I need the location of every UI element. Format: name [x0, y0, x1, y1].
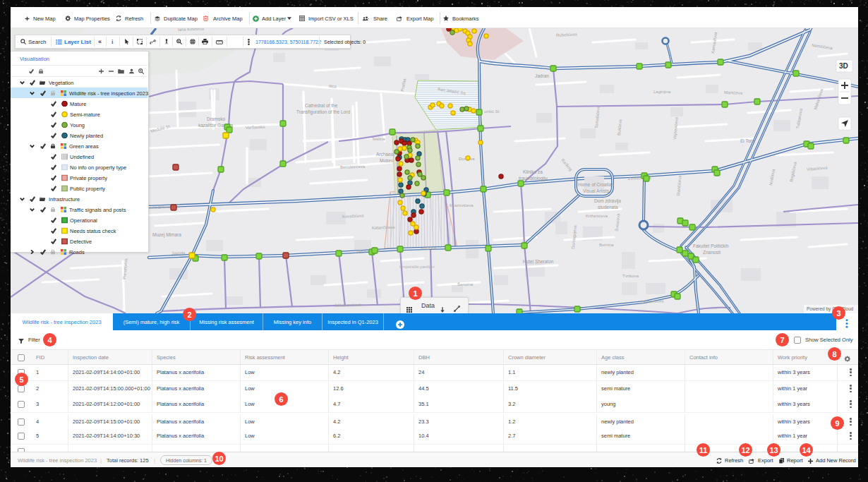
- svg-text:Mrazovićeva: Mrazovićeva: [450, 203, 474, 207]
- svg-text:Laginjina: Laginjina: [653, 90, 671, 94]
- svg-text:Transfiguration of the Lord: Transfiguration of the Lord: [296, 109, 350, 115]
- svg-text:Znanosti: Znanosti: [703, 250, 721, 255]
- svg-text:Fakultet Političkih: Fakultet Političkih: [693, 243, 729, 248]
- svg-text:Umjetnički paviljon: Umjetnički paviljon: [399, 265, 435, 269]
- svg-text:El Toro: El Toro: [740, 138, 754, 143]
- svg-text:Powered by GIS Cloud: Powered by GIS Cloud: [807, 306, 854, 312]
- svg-text:Šenoina: Šenoina: [457, 282, 474, 287]
- svg-text:Klinika za: Klinika za: [523, 169, 543, 174]
- svg-text:urišić St: urišić St: [484, 109, 500, 114]
- svg-text:Home of Croatian: Home of Croatian: [578, 182, 614, 187]
- svg-text:Museu: Museu: [380, 158, 394, 163]
- svg-text:Ilica: Ilica: [329, 84, 337, 89]
- svg-text:Muzej Mimara: Muzej Mimara: [152, 232, 181, 238]
- svg-text:Archaeol: Archaeol: [376, 152, 394, 157]
- svg-text:Bornina: Bornina: [599, 243, 614, 247]
- svg-text:Javoga: Javoga: [171, 251, 186, 255]
- svg-text:Cathedral of the: Cathedral of the: [305, 103, 338, 108]
- svg-text:Visual Artists: Visual Artists: [583, 188, 610, 193]
- svg-text:studenata: studenata: [598, 205, 618, 210]
- svg-text:Berislavićeva: Berislavićeva: [340, 164, 366, 169]
- svg-text:Katančićeva: Katančićeva: [372, 225, 396, 230]
- svg-text:Tvrtkova: Tvrtkova: [622, 274, 639, 278]
- svg-text:Martićeva: Martićeva: [724, 90, 743, 95]
- svg-text:Hotel Sheraton: Hotel Sheraton: [523, 259, 554, 264]
- svg-text:Dramsko: Dramsko: [207, 116, 225, 121]
- svg-text:Jadran: Jadran: [535, 73, 549, 78]
- svg-text:Križanićeva: Križanićeva: [586, 214, 608, 218]
- svg-text:Dom zdravlja: Dom zdravlja: [594, 198, 621, 204]
- svg-text:Hatzova: Hatzova: [421, 246, 437, 251]
- svg-text:3D: 3D: [839, 62, 848, 70]
- svg-text:Teslina: Teslina: [372, 137, 385, 141]
